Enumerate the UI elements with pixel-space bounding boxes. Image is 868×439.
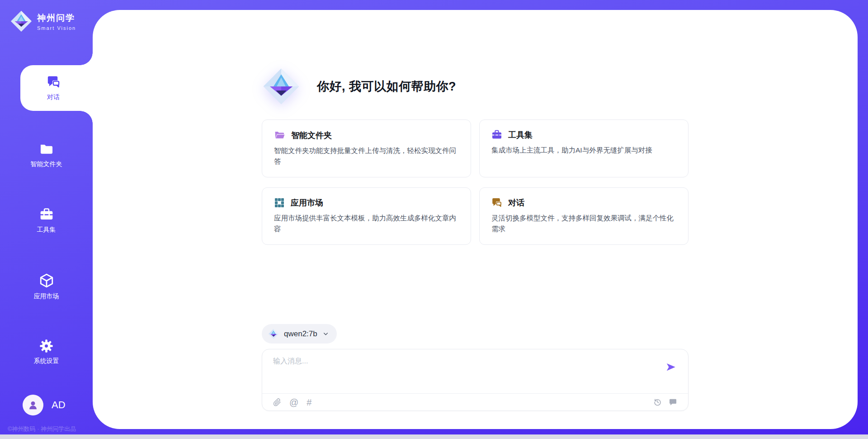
model-name: qwen2:7b: [284, 329, 317, 339]
model-selector[interactable]: qwen2:7b: [262, 324, 337, 344]
avatar: [23, 395, 43, 415]
card-description: 智能文件夹功能支持批量文件上传与清洗，轻松实现文件问答: [274, 145, 459, 167]
history-button[interactable]: [653, 398, 662, 406]
brand-logo: 神州问学 Smart Vision: [10, 10, 76, 33]
copyright-footer: ©神州数码 · 神州问学出品: [8, 425, 76, 433]
greeting-row: 你好, 我可以如何帮助你?: [262, 67, 689, 106]
card-chat[interactable]: 对话 灵活切换多模型文件，支持多样回复效果调试，满足个性化需求: [479, 187, 689, 245]
sidebar-item-chat[interactable]: 对话: [20, 65, 93, 111]
card-description: 集成市场上主流工具，助力AI与外界无缝扩展与对接: [491, 145, 676, 156]
card-description: 灵活切换多模型文件，支持多样回复效果调试，满足个性化需求: [491, 213, 676, 234]
brand-diamond-icon: [10, 10, 33, 33]
sidebar-item-app-market[interactable]: 应用市场: [0, 264, 93, 309]
card-title: 对话: [508, 197, 524, 208]
sidebar-item-label: 系统设置: [34, 357, 59, 365]
hashtag-button[interactable]: #: [307, 398, 311, 407]
chat-bubble-icon: [669, 398, 677, 406]
sidebar: 神州问学 Smart Vision 对话 智能文件夹 工具集: [0, 0, 93, 439]
new-chat-button[interactable]: [669, 398, 677, 406]
send-icon[interactable]: [665, 361, 677, 373]
briefcase-icon: [491, 129, 502, 140]
card-app-market[interactable]: 应用市场 应用市场提供丰富长文本模板，助力高效生成多样化文章内容: [262, 187, 471, 245]
card-title: 智能文件夹: [291, 130, 332, 141]
card-description: 应用市场提供丰富长文本模板，助力高效生成多样化文章内容: [274, 213, 459, 234]
paperclip-icon: [273, 398, 281, 406]
attach-file-button[interactable]: [273, 398, 281, 406]
card-toolset[interactable]: 工具集 集成市场上主流工具，助力AI与外界无缝扩展与对接: [479, 119, 689, 177]
chat-icon: [47, 75, 61, 89]
brand-subtitle: Smart Vision: [37, 25, 76, 31]
assistant-diamond-icon: [262, 67, 301, 106]
sidebar-item-settings[interactable]: 系统设置: [0, 329, 93, 375]
user-profile[interactable]: AD: [23, 395, 66, 415]
model-diamond-icon: [268, 329, 279, 339]
mention-button[interactable]: @: [289, 398, 298, 407]
history-clock-icon: [653, 398, 662, 406]
greeting-text: 你好, 我可以如何帮助你?: [317, 78, 456, 95]
card-title: 工具集: [508, 129, 533, 140]
card-title: 应用市场: [291, 197, 323, 208]
person-icon: [27, 399, 39, 411]
folder-open-icon: [274, 129, 285, 141]
chat-icon: [491, 197, 502, 208]
cube-icon: [39, 273, 54, 288]
sidebar-item-toolset[interactable]: 工具集: [0, 198, 93, 243]
sidebar-item-label: 工具集: [37, 226, 56, 234]
sidebar-item-label: 智能文件夹: [31, 160, 62, 168]
window-bottom-edge: [0, 434, 868, 439]
gear-icon: [39, 339, 53, 353]
brand-name: 神州问学: [37, 12, 76, 24]
briefcase-icon: [39, 207, 54, 222]
main-panel: 你好, 我可以如何帮助你? 智能文件夹 智能文件夹功能支持批量文件上传与清洗，轻…: [93, 10, 858, 429]
user-initials: AD: [52, 399, 66, 411]
sidebar-item-smart-folder[interactable]: 智能文件夹: [0, 132, 93, 177]
chevron-down-icon: [322, 330, 329, 337]
card-smart-folder[interactable]: 智能文件夹 智能文件夹功能支持批量文件上传与清洗，轻松实现文件问答: [262, 119, 471, 177]
folder-icon: [39, 142, 54, 156]
sidebar-item-label: 应用市场: [34, 292, 59, 301]
feature-cards: 智能文件夹 智能文件夹功能支持批量文件上传与清洗，轻松实现文件问答 工具集 集成…: [262, 119, 689, 245]
grid-icon: [274, 197, 285, 208]
sidebar-item-label: 对话: [47, 93, 60, 101]
message-input[interactable]: [273, 357, 659, 386]
message-composer: @ #: [262, 349, 689, 411]
